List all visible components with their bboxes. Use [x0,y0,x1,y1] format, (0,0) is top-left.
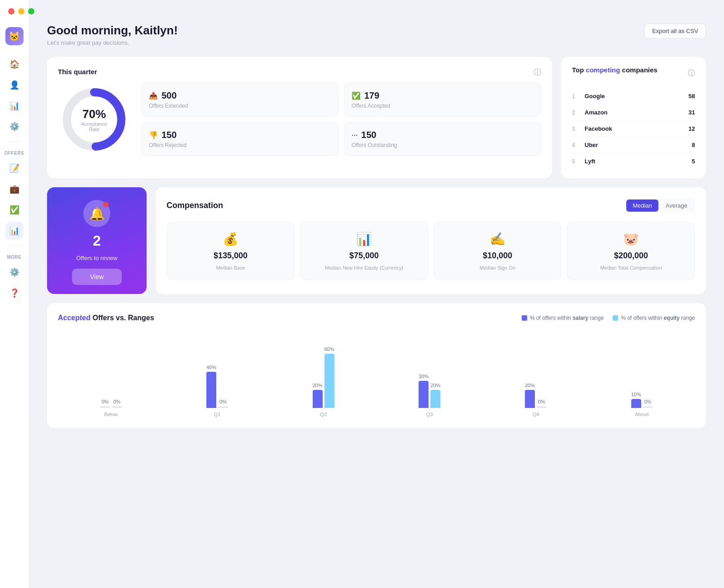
bar-x-label: Below [104,412,118,417]
bar-group: 10% 0% Above [589,340,695,417]
sidebar-item-settings[interactable]: ⚙️ [5,263,24,281]
bar-blue-empty [100,406,110,408]
bar-group: 20% 60% Q2 [270,340,376,417]
sidebar-more-label: MORE [7,255,22,260]
stat-box-rejected: 👎 150 Offers Rejected [141,122,338,156]
bar-blue-label: 0% [101,399,109,404]
avatar[interactable]: 🐱 [5,27,24,45]
compensation-card: Compensation Median Average 💰 $135,000 M… [156,187,706,294]
company-count: 8 [692,142,695,148]
stat-box-accepted: ✅ 179 Offers Accepted [344,83,541,117]
offers-accepted-label: Offers Accepted [352,103,533,109]
company-name: Google [585,93,689,100]
export-csv-button[interactable]: Export all as CSV [644,24,706,38]
company-name: Facebook [585,125,689,132]
check-icon: ✅ [352,91,361,100]
comp-grid: 💰 $135,000 Median Base 📊 $75,000 Median … [167,222,695,280]
sidebar-item-reports[interactable]: 👤 [5,76,24,94]
company-row: 5 Lyft 5 [572,153,695,169]
company-rank: 1 [572,93,581,100]
minimize-button[interactable] [18,8,24,14]
info-icon[interactable]: ⓘ [534,68,541,77]
bar-x-label: Q3 [426,412,433,417]
send-icon: 📤 [149,91,158,100]
comp-header: Compensation Median Average [167,198,695,213]
comp-base-desc: Median Base [216,265,245,270]
bar-chart: 0% 0% Below 40% 0% [58,331,695,417]
chart-title-rest: Offers vs. Ranges [92,314,154,322]
comp-total-value: $200,000 [614,251,648,261]
bar-light-empty [218,406,228,408]
bar-light-empty [643,406,653,408]
bar-group: 40% 0% Q1 [164,340,271,417]
company-count: 12 [689,125,695,132]
comp-total-desc: Median Total Compensation [600,265,662,270]
donut-chart: 70% Acceptance Rate [58,83,130,156]
legend-salary: % of offers within salary range [522,315,604,321]
sidebar-item-dashboard[interactable]: 📊 [5,222,24,240]
main-content: Good morning, Kaitlyn! Let's make great … [29,0,724,588]
sidebar-item-offerbag[interactable]: 💼 [5,180,24,198]
bar-blue-label: 10% [631,392,641,397]
toggle-average-btn[interactable]: Average [659,199,694,212]
company-rank: 4 [572,142,581,148]
bar-x-label: Q1 [214,412,221,417]
bar-blue [525,390,535,408]
chart-title: Accepted Offers vs. Ranges [58,314,154,322]
companies-title-start: Top [572,66,586,74]
sidebar-item-help[interactable]: ❓ [5,284,24,302]
chart-title-highlight: Accepted [58,314,90,322]
bar-x-label: Above [635,412,649,417]
maximize-button[interactable] [28,8,34,14]
company-rank: 2 [572,109,581,116]
sidebar-item-home[interactable]: 🏠 [5,55,24,73]
comp-equity-desc: Median New Hire Equity (Currency) [325,265,403,270]
bar-light-label: 0% [644,399,652,404]
comp-total: 🐷 $200,000 Median Total Compensation [567,222,695,280]
quarter-title: This quarter [58,68,541,76]
middle-grid: 🔔 2 Offers to review View Compensation M… [47,187,706,294]
legend-salary-text: % of offers within salary range [530,315,604,321]
companies-info-icon[interactable]: ⓘ [688,69,695,78]
chart-legend: % of offers within salary range % of off… [522,315,695,321]
comp-signon-value: $10,000 [483,251,512,261]
comp-toggle: Median Average [625,198,695,213]
bar-group: 30% 20% Q3 [376,340,483,417]
pen-icon: ✍️ [490,232,505,247]
bar-blue-label: 20% [525,383,535,388]
bar-light-label: 0% [113,399,120,404]
view-offers-button[interactable]: View [72,269,122,285]
company-rank: 3 [572,126,581,132]
bar-light-empty [537,406,547,408]
close-button[interactable] [8,8,14,14]
bar-light-empty [112,406,122,408]
bell-icon: 🔔 [89,206,105,221]
company-name: Amazon [585,109,689,116]
legend-equity-text: % of offers within equity range [621,315,695,321]
offers-review-card: 🔔 2 Offers to review View [47,187,147,294]
bar-group: 20% 0% Q4 [483,340,589,417]
companies-title-end: companies [620,66,657,74]
company-count: 31 [689,109,695,116]
bar-light [324,354,334,408]
chart-pie-icon: 📊 [356,232,372,247]
sidebar-item-offercheck[interactable]: ✅ [5,201,24,219]
chart-header: Accepted Offers vs. Ranges % of offers w… [58,314,695,322]
sidebar-item-offerlist[interactable]: 📝 [5,159,24,177]
companies-list: 1 Google 58 2 Amazon 31 3 Facebook 12 4 … [572,88,695,169]
sidebar-divider [7,141,22,142]
comp-equity-value: $75,000 [349,251,379,261]
stats-grid: 📤 500 Offers Extended ✅ 179 Offers Accep… [141,83,541,156]
window-controls [8,8,34,14]
legend-equity: % of offers within equity range [613,315,695,321]
sidebar-item-gear[interactable]: ⚙️ [5,118,24,136]
bar-light-label: 60% [324,346,334,352]
quarter-card: This quarter ⓘ 70% Acceptance Rate [47,57,552,178]
toggle-median-btn[interactable]: Median [626,199,658,212]
offers-rejected-value: 150 [162,130,176,140]
sidebar-item-analytics[interactable]: 📊 [5,97,24,115]
legend-equity-dot [613,315,618,321]
company-name: Lyft [585,158,692,165]
sidebar-divider-2 [7,245,22,246]
chart-card: Accepted Offers vs. Ranges % of offers w… [47,303,706,428]
